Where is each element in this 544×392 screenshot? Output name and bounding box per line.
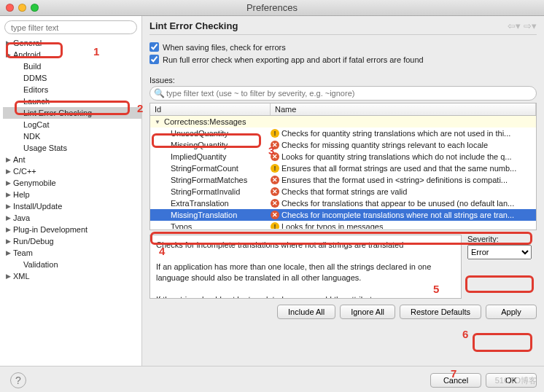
tree-item-genymobile[interactable]: ▶Genymobile	[3, 177, 141, 189]
issue-row-typos[interactable]: Typos!Looks for typos in messages	[150, 221, 536, 229]
preferences-tree[interactable]: ▶General▶AndroidBuildDDMSEditorsLaunchLi…	[0, 37, 141, 282]
check-on-export[interactable]: Run full error check when exporting app …	[149, 55, 537, 64]
tree-item-help[interactable]: ▶Help	[3, 189, 141, 200]
ok-button[interactable]: OK	[486, 373, 537, 388]
severity-label: Severity:	[467, 235, 537, 243]
preferences-tree-panel: ▶General▶AndroidBuildDDMSEditorsLaunchLi…	[0, 16, 142, 366]
restore-defaults-button[interactable]: Restore Defaults	[400, 305, 481, 319]
tree-item-android[interactable]: ▶Android	[3, 49, 141, 60]
error-icon: ✕	[271, 176, 279, 184]
check-on-save-checkbox[interactable]	[149, 42, 159, 52]
error-icon: ✕	[271, 211, 279, 219]
error-icon: ✕	[271, 141, 279, 149]
check-on-save[interactable]: When saving files, check for errors	[149, 42, 537, 52]
tree-item-c-c-[interactable]: ▶C/C++	[3, 165, 141, 177]
tree-item-ndk[interactable]: NDK	[3, 130, 141, 142]
issue-description: Checks for incomplete translations where…	[149, 235, 462, 299]
issues-table[interactable]: Id Name ▼Correctness:MessagesUnusedQuant…	[149, 103, 537, 230]
warning-icon: !	[271, 164, 279, 173]
error-icon: ✕	[271, 199, 279, 208]
issue-row-stringformatmatches[interactable]: StringFormatMatches✕Ensures that the for…	[150, 174, 536, 186]
include-all-button[interactable]: Include All	[277, 305, 335, 319]
issue-row-missingtranslation[interactable]: MissingTranslation✕Checks for incomplete…	[150, 209, 536, 221]
tree-item-launch[interactable]: Launch	[3, 95, 141, 107]
window-titlebar: Preferences	[0, 0, 544, 16]
preferences-page: Lint Error Checking ⇦▾ ⇨▾ When saving fi…	[142, 16, 544, 366]
tree-item-usage-stats[interactable]: Usage Stats	[3, 142, 141, 154]
issue-row-extratranslation[interactable]: ExtraTranslation✕Checks for translations…	[150, 197, 536, 209]
warning-icon: !	[271, 129, 279, 138]
tree-item-plug-in-development[interactable]: ▶Plug-in Development	[3, 224, 141, 235]
window-title: Preferences	[0, 2, 544, 13]
issue-row-stringformatcount[interactable]: StringFormatCount!Ensures that all forma…	[150, 162, 536, 174]
tree-item-xml[interactable]: ▶XML	[3, 270, 141, 282]
cancel-button[interactable]: Cancel	[430, 373, 481, 388]
column-header-id[interactable]: Id	[150, 103, 271, 115]
issue-row-stringformatinvalid[interactable]: StringFormatInvalid✕Checks that format s…	[150, 186, 536, 197]
tree-item-lint-error-checking[interactable]: Lint Error Checking	[3, 107, 141, 119]
error-icon: ✕	[271, 152, 279, 161]
column-header-name[interactable]: Name	[271, 103, 536, 115]
tree-item-logcat[interactable]: LogCat	[3, 119, 141, 130]
tree-item-validation[interactable]: Validation	[3, 259, 141, 270]
severity-select[interactable]: Error	[467, 245, 532, 259]
warning-icon: !	[271, 222, 279, 229]
tree-item-build[interactable]: Build	[3, 60, 141, 72]
check-on-export-checkbox[interactable]	[149, 55, 159, 64]
tree-item-run-debug[interactable]: ▶Run/Debug	[3, 235, 141, 247]
apply-button[interactable]: Apply	[486, 305, 537, 319]
ignore-all-button[interactable]: Ignore All	[340, 305, 395, 319]
issue-group-row[interactable]: ▼Correctness:Messages	[150, 116, 536, 128]
forward-icon[interactable]: ⇨▾	[524, 20, 537, 31]
tree-item-install-update[interactable]: ▶Install/Update	[3, 200, 141, 212]
tree-item-general[interactable]: ▶General	[3, 37, 141, 49]
tree-item-team[interactable]: ▶Team	[3, 247, 141, 259]
tree-item-ddms[interactable]: DDMS	[3, 72, 141, 84]
issues-label: Issues:	[149, 76, 537, 85]
issue-row-impliedquantity[interactable]: ImpliedQuantity✕Looks for quantity strin…	[150, 151, 536, 162]
issue-row-unusedquantity[interactable]: UnusedQuantity!Checks for quantity strin…	[150, 128, 536, 139]
issues-filter-input[interactable]	[149, 86, 537, 101]
tree-item-java[interactable]: ▶Java	[3, 212, 141, 224]
tree-item-editors[interactable]: Editors	[3, 84, 141, 95]
back-icon[interactable]: ⇦▾	[508, 20, 521, 31]
help-icon[interactable]: ?	[10, 372, 26, 388]
tree-item-ant[interactable]: ▶Ant	[3, 154, 141, 165]
tree-filter-input[interactable]	[4, 20, 137, 34]
error-icon: ✕	[271, 187, 279, 196]
search-icon: 🔍	[154, 88, 165, 98]
page-title: Lint Error Checking	[149, 20, 238, 31]
issue-row-missingquantity[interactable]: MissingQuantity✕Checks for missing quant…	[150, 139, 536, 151]
